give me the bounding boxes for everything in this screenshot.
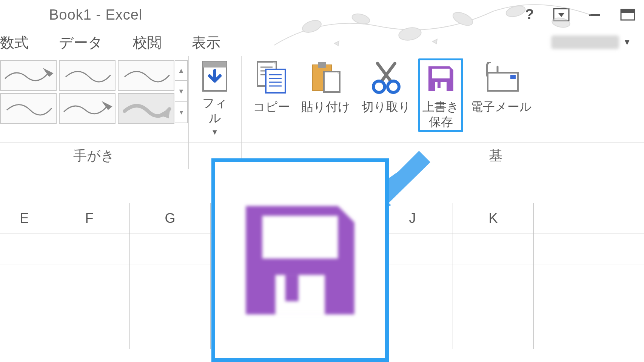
paste-button[interactable]: 貼り付け [297,58,354,132]
cell[interactable] [0,295,49,326]
restore-button[interactable] [619,6,636,23]
scissors-icon [370,60,402,94]
gallery-scroll: ▲ ▼ ▾ [175,60,188,123]
cut-button[interactable]: 切り取り [358,58,414,132]
cell[interactable] [453,233,534,264]
tab-formula[interactable]: 数式 [0,33,29,52]
fill-down-icon [201,60,229,92]
email-button[interactable]: 電子メール [467,58,536,132]
svg-rect-28 [435,82,447,91]
minimize-button[interactable] [586,6,603,23]
group-handwriting: ▲ ▼ ▾ [0,56,189,143]
cell[interactable] [453,326,534,349]
copy-button[interactable]: コピー [249,58,294,132]
svg-point-3 [451,9,475,28]
col-header-K[interactable]: K [453,203,534,233]
svg-rect-17 [266,69,285,93]
svg-rect-8 [589,14,600,16]
chevron-down-icon: ▼ [211,128,219,137]
save-label: 上書き 保存 [422,99,459,129]
cut-label: 切り取り [362,99,411,114]
email-attach-icon [482,62,520,92]
cell[interactable] [130,326,211,349]
save-button[interactable]: 上書き 保存 [418,58,463,132]
svg-text:?: ? [525,7,534,22]
col-header-E[interactable]: E [0,203,49,233]
window-controls: ? [519,6,636,23]
floppy-save-icon-large [236,196,364,324]
tab-view[interactable]: 表示 [192,33,220,52]
col-header-G[interactable]: G [130,203,211,233]
copy-label: コピー [253,99,290,114]
pen-style-1[interactable] [0,60,57,91]
ribbon: ▲ ▼ ▾ フィル ▼ [0,56,644,143]
svg-point-1 [351,12,371,26]
cell[interactable] [49,295,130,326]
cell[interactable] [534,326,644,349]
pen-style-5[interactable] [59,93,116,124]
paste-label: 貼り付け [301,99,350,114]
window-title: Book1 - Excel [49,7,142,23]
col-header-F[interactable]: F [49,203,130,233]
group-basic: コピー 貼り付け [242,56,644,143]
group-fill: フィル ▼ [189,56,242,143]
svg-rect-33 [276,275,325,314]
svg-rect-29 [438,82,441,88]
svg-rect-24 [324,72,340,92]
cell[interactable] [534,295,644,326]
tab-data[interactable]: データ [59,33,103,52]
save-icon-zoom-callout [211,158,389,362]
svg-rect-31 [510,75,516,79]
cell[interactable] [130,295,211,326]
cell[interactable] [130,233,211,264]
title-bar: Book1 - Excel ? [0,0,644,29]
paste-icon [309,60,343,94]
copy-icon [254,60,288,94]
pen-style-4[interactable] [0,93,57,124]
gallery-scroll-down[interactable]: ▼ [175,81,188,102]
gallery-scroll-up[interactable]: ▲ [175,60,188,81]
cell[interactable] [49,326,130,349]
pen-style-3[interactable] [118,60,174,91]
cell[interactable] [453,264,534,295]
svg-rect-23 [318,62,326,68]
cell[interactable] [130,264,211,295]
fill-label: フィル [200,95,230,126]
pen-style-6[interactable] [118,93,174,124]
help-button[interactable]: ? [519,6,537,23]
email-label: 電子メール [471,99,532,114]
cell[interactable] [49,233,130,264]
col-header-last[interactable] [534,203,644,233]
cell[interactable] [0,233,49,264]
svg-rect-32 [262,216,338,258]
cell[interactable] [49,264,130,295]
ribbon-display-options-button[interactable] [553,6,570,23]
pen-style-gallery: ▲ ▼ ▾ [0,60,188,124]
cell[interactable] [453,295,534,326]
svg-rect-27 [432,69,450,78]
floppy-save-icon [426,64,456,94]
svg-rect-12 [203,61,226,67]
svg-rect-10 [621,9,635,13]
tab-review[interactable]: 校閲 [133,33,162,52]
pen-style-2[interactable] [59,60,116,91]
cell[interactable] [0,264,49,295]
svg-rect-34 [285,275,299,301]
group-label-handwriting: 手がき [0,143,189,169]
ribbon-tabs: 数式 データ 校閲 表示 [0,29,644,56]
gallery-expand[interactable]: ▾ [175,102,188,123]
cell[interactable] [534,233,644,264]
cell[interactable] [534,264,644,295]
svg-point-25 [373,81,385,92]
svg-point-26 [388,81,399,92]
fill-button[interactable]: フィル ▼ [196,60,233,133]
cell[interactable] [0,326,49,349]
